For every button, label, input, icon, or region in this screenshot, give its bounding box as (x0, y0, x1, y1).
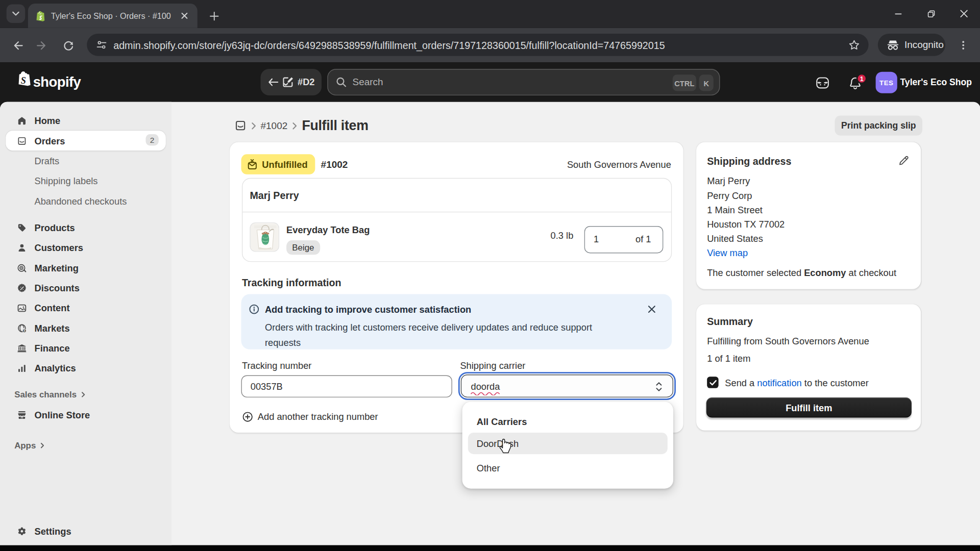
svg-text:shopify: shopify (33, 74, 82, 90)
svg-text:$: $ (23, 329, 25, 332)
svg-text:S: S (21, 76, 26, 86)
